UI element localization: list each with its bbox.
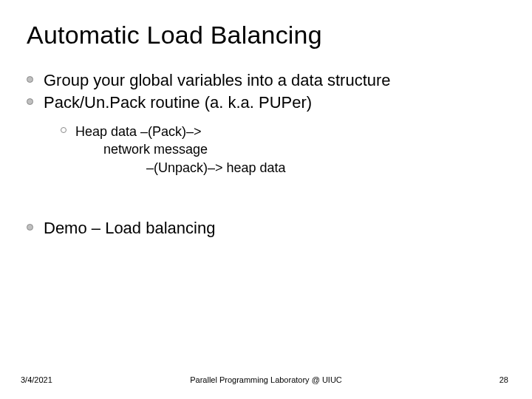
- slide-title: Automatic Load Balancing: [27, 21, 505, 50]
- bullet-item: Demo – Load balancing: [27, 218, 505, 239]
- bullet-ring-icon: [61, 127, 66, 133]
- sub-bullet-text: Heap data –(Pack)–>: [75, 123, 202, 140]
- bullet-list: Group your global variables into a data …: [27, 70, 505, 238]
- sub-bullet-block: Heap data –(Pack)–> network message –(Un…: [61, 123, 505, 177]
- bullet-dot-icon: [27, 98, 33, 105]
- bullet-item: Pack/Un.Pack routine (a. k.a. PUPer): [27, 92, 505, 113]
- footer-page-number: 28: [499, 375, 508, 384]
- slide: Automatic Load Balancing Group your glob…: [0, 0, 532, 399]
- bullet-text: Group your global variables into a data …: [44, 70, 391, 91]
- footer-date: 3/4/2021: [21, 375, 52, 384]
- bullet-dot-icon: [27, 224, 33, 231]
- bullet-text: Demo – Load balancing: [44, 218, 215, 239]
- sub-bullet-item: Heap data –(Pack)–>: [61, 123, 505, 140]
- bullet-text: Pack/Un.Pack routine (a. k.a. PUPer): [44, 92, 312, 113]
- sub-bullet-line: network message: [103, 140, 505, 158]
- footer-center: Parallel Programming Laboratory @ UIUC: [0, 375, 532, 384]
- sub-bullet-line: –(Unpack)–> heap data: [146, 159, 505, 177]
- slide-footer: 3/4/2021 Parallel Programming Laboratory…: [0, 375, 532, 384]
- bullet-dot-icon: [27, 76, 33, 83]
- bullet-item: Group your global variables into a data …: [27, 70, 505, 91]
